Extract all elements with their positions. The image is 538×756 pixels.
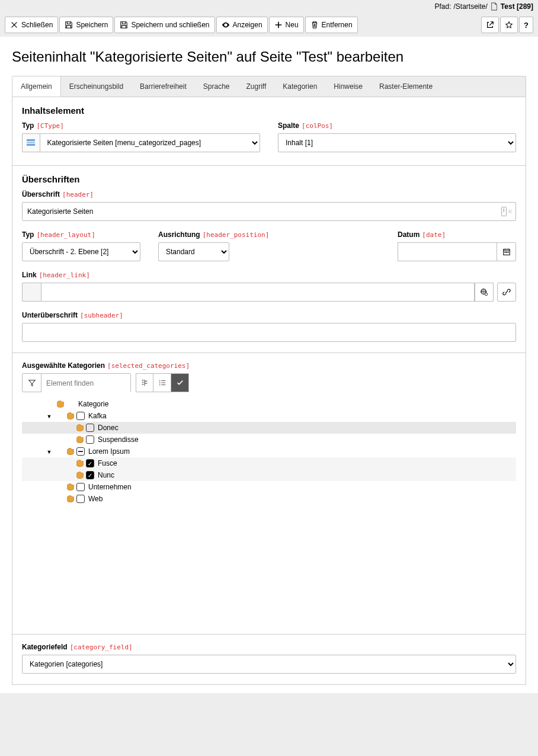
tab-access[interactable]: Zugriff	[238, 76, 275, 97]
category-filter	[22, 373, 131, 392]
tree-item-label: Web	[88, 495, 103, 503]
svg-rect-5	[504, 252, 505, 253]
tree-checkbox[interactable]	[76, 495, 85, 503]
svg-point-10	[159, 380, 160, 382]
delete-label: Entfernen	[322, 21, 353, 29]
tree-item-label: Unternehmen	[88, 483, 132, 491]
page-icon	[490, 2, 498, 11]
tree-checkbox[interactable]	[86, 424, 94, 432]
view-button[interactable]: Anzeigen	[216, 17, 268, 33]
content-area: Seiteninhalt "Kategorisierte Seiten" auf…	[0, 37, 538, 693]
svg-point-9	[485, 293, 487, 295]
tree-item-label: Lorem Ipsum	[88, 447, 130, 456]
subheader-input[interactable]	[22, 323, 516, 342]
link-wizard-button[interactable]	[475, 283, 494, 302]
path-label: Pfad:	[434, 2, 451, 11]
tree-item[interactable]: ▼Lorem Ipsum	[22, 446, 516, 457]
collapse-all-button[interactable]	[153, 373, 171, 392]
star-icon	[505, 21, 513, 29]
link-label: Link[header_link]	[22, 271, 516, 279]
column-label: Spalte[colPos]	[278, 121, 516, 130]
header-label: Überschrift[header]	[22, 190, 516, 198]
tree-checkbox[interactable]: ✓	[86, 459, 94, 467]
tree-checkbox[interactable]	[86, 435, 94, 444]
category-field-select[interactable]: Kategorien [categories]	[22, 655, 516, 674]
category-icon	[66, 447, 75, 456]
type-label: Typ[CType]	[22, 121, 260, 130]
tree-item[interactable]: ▼Kafka	[22, 410, 516, 422]
svg-rect-2	[27, 142, 35, 143]
tree-item-label: Kafka	[88, 412, 107, 420]
tree-item[interactable]: Suspendisse	[22, 434, 516, 446]
tree-expand-icon[interactable]: ▼	[46, 414, 53, 419]
tab-grid-elements[interactable]: Raster-Elemente	[371, 76, 441, 97]
help-button[interactable]: ?	[519, 17, 533, 33]
open-external-button[interactable]	[481, 17, 499, 33]
page-title: Seiteninhalt "Kategorisierte Seiten" auf…	[12, 49, 526, 65]
tree-checkbox[interactable]: ✓	[86, 471, 94, 479]
tree-item[interactable]: ✓Nunc	[22, 469, 516, 481]
tree-item[interactable]: Donec	[22, 422, 516, 434]
tree-item-label: Fusce	[98, 459, 117, 467]
date-picker-button[interactable]	[497, 242, 516, 261]
header-input[interactable]	[22, 202, 516, 221]
help-icon: ?	[524, 21, 529, 30]
eye-icon	[222, 21, 230, 29]
tree-checkbox[interactable]	[76, 412, 85, 420]
header-layout-select[interactable]: Überschrift - 2. Ebene [2]	[22, 242, 140, 261]
section-title-headings: Überschriften	[22, 174, 516, 184]
expand-all-button[interactable]	[136, 373, 153, 392]
path-value: /Startseite/	[454, 2, 488, 11]
delete-button[interactable]: Entfernen	[305, 17, 358, 33]
save-close-button[interactable]: Speichern und schließen	[114, 17, 214, 33]
category-filter-input[interactable]	[41, 374, 130, 393]
save-close-icon	[120, 21, 128, 29]
tab-categories[interactable]: Kategorien	[274, 76, 325, 97]
panel-category-field: Kategoriefeld[category_field] Kategorien…	[12, 634, 526, 685]
category-tree: Kategorie ▼KafkaDonecSuspendisse▼Lorem I…	[22, 398, 516, 623]
external-link-icon	[486, 21, 494, 29]
tab-general[interactable]: Allgemein	[12, 76, 61, 97]
tree-expand-icon[interactable]: ▼	[46, 449, 53, 455]
header-position-select[interactable]: Standard	[158, 242, 229, 261]
tree-item-label: Suspendisse	[98, 435, 139, 444]
link-icon	[502, 288, 511, 296]
link-browse-button[interactable]	[497, 283, 516, 302]
show-selected-button[interactable]	[171, 373, 189, 392]
tab-language[interactable]: Sprache	[195, 76, 238, 97]
category-icon	[76, 424, 84, 432]
category-icon	[76, 435, 84, 444]
toolbar: Schließen Speichern Speichern und schlie…	[0, 13, 538, 37]
category-icon	[66, 495, 75, 503]
date-input[interactable]	[398, 242, 497, 261]
column-select[interactable]: Inhalt [1]	[278, 133, 516, 152]
svg-rect-1	[27, 139, 35, 141]
ctype-select[interactable]: Kategorisierte Seiten [menu_categorized_…	[40, 133, 260, 152]
link-input[interactable]	[41, 283, 475, 302]
close-button[interactable]: Schließen	[5, 17, 58, 33]
save-button[interactable]: Speichern	[59, 17, 113, 33]
calendar-icon	[502, 248, 511, 256]
filter-icon	[23, 374, 41, 392]
header-clear-icon[interactable]: ×	[508, 207, 513, 216]
save-close-label: Speichern und schließen	[131, 21, 209, 29]
expand-tree-icon	[140, 379, 149, 387]
save-label: Speichern	[76, 21, 108, 29]
header-history-icon[interactable]: !	[501, 207, 507, 216]
tree-item[interactable]: Web	[22, 493, 516, 505]
header-position-label: Ausrichtung[header_position]	[158, 230, 229, 239]
new-button[interactable]: Neu	[269, 17, 304, 33]
tree-root[interactable]: Kategorie	[22, 398, 516, 410]
bookmark-button[interactable]	[500, 17, 518, 33]
tree-checkbox[interactable]	[76, 483, 85, 491]
tab-accessibility[interactable]: Barrierefreiheit	[132, 76, 195, 97]
tree-checkbox[interactable]	[76, 447, 85, 456]
page-name: Test [289]	[501, 2, 533, 11]
svg-point-0	[225, 24, 226, 26]
tab-appearance[interactable]: Erscheinungsbild	[61, 76, 132, 97]
category-icon	[76, 459, 84, 467]
tree-item[interactable]: ✓Fusce	[22, 457, 516, 469]
tab-notes[interactable]: Hinweise	[325, 76, 371, 97]
tree-item[interactable]: Unternehmen	[22, 481, 516, 493]
subheader-label: Unterüberschrift[subheader]	[22, 311, 516, 319]
